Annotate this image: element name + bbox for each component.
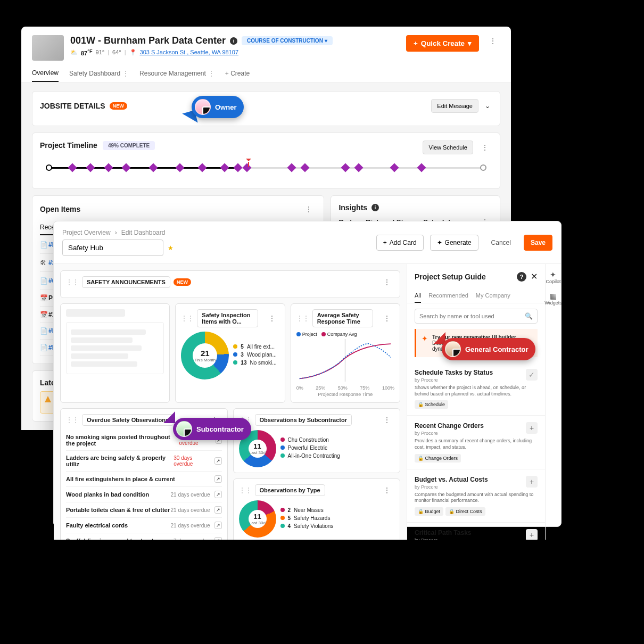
add-card-button[interactable]: +Add Card: [376, 235, 424, 251]
tab-create[interactable]: + Create: [225, 65, 250, 82]
more-menu-icon[interactable]: ⋮: [485, 35, 500, 47]
open-items-menu-icon[interactable]: ⋮: [301, 203, 316, 215]
plus-icon: +: [383, 239, 387, 246]
tick-label: 75%: [360, 385, 369, 391]
chevron-down-icon[interactable]: ⌄: [483, 100, 492, 112]
milestone-marker[interactable]: [104, 163, 113, 172]
dashboard-name-input[interactable]: [62, 240, 163, 256]
milestone-marker[interactable]: [287, 163, 296, 172]
milestone-marker[interactable]: [176, 163, 185, 172]
milestone-marker[interactable]: [198, 163, 207, 172]
add-item-button[interactable]: +: [526, 476, 538, 488]
edit-message-button[interactable]: Edit Message: [431, 99, 478, 113]
star-icon[interactable]: ★: [168, 244, 174, 252]
milestone-marker[interactable]: [234, 163, 243, 172]
open-external-icon[interactable]: ↗: [214, 522, 222, 529]
copilot-rail-button[interactable]: ✦Copilot: [546, 270, 560, 284]
guide-item: Critical Path Tasks by Procore Lists tas…: [407, 523, 545, 540]
tag: 🔒 Change Orders: [415, 454, 461, 463]
observation-title: No smoking signs posted throughout the p…: [66, 434, 179, 447]
help-icon[interactable]: ?: [517, 272, 526, 282]
page-title: 001W - Burnham Park Data Center: [70, 35, 226, 46]
add-item-button[interactable]: +: [526, 422, 538, 434]
tab-resource[interactable]: Resource Management ⋮: [139, 65, 214, 82]
temp-low: 64°: [112, 49, 121, 55]
widget-menu-icon[interactable]: ⋮: [379, 484, 394, 496]
guide-item-title: Recent Change Orders: [415, 422, 538, 430]
milestone-marker[interactable]: [243, 163, 252, 172]
open-external-icon[interactable]: ↗: [214, 457, 221, 465]
widget-title[interactable]: SAFETY ANNOUNCEMENTS: [82, 276, 170, 288]
widget-title[interactable]: Average Safety Response Time: [312, 309, 373, 327]
sidebar-tab-all[interactable]: All: [415, 289, 421, 303]
widget-title[interactable]: Overdue Safety Observations: [82, 414, 174, 426]
timeline-track: [43, 160, 490, 176]
guide-item-desc: Provides a summary of recent change orde…: [415, 438, 538, 450]
guide-item-title: Budget vs. Actual Costs: [415, 476, 538, 483]
milestone-marker[interactable]: [341, 163, 350, 172]
milestone-marker[interactable]: [354, 163, 364, 172]
status-badge[interactable]: COURSE OF CONSTRUCTION ▾: [242, 36, 333, 45]
legend-item: All-in-One Contracting: [280, 453, 340, 459]
drag-handle-icon[interactable]: ⋮⋮: [66, 278, 79, 286]
item-type-icon: 📅: [40, 311, 48, 318]
widget-menu-icon[interactable]: ⋮: [379, 276, 394, 288]
widget-title[interactable]: Observations by Subcontractor: [255, 414, 352, 426]
info-icon[interactable]: i: [230, 37, 237, 45]
search-input[interactable]: [419, 313, 522, 319]
drag-handle-icon[interactable]: ⋮⋮: [239, 486, 252, 494]
insights-info-icon[interactable]: i: [371, 204, 379, 211]
widget-menu-icon[interactable]: ⋮: [265, 312, 279, 324]
chart-xaxis-label: Projected Response Time: [296, 392, 394, 397]
save-button[interactable]: Save: [524, 235, 552, 251]
widget-menu-icon[interactable]: ⋮: [379, 414, 394, 426]
jobsite-title: JOBSITE DETAILS: [40, 102, 105, 110]
legend-dot-icon: [280, 524, 285, 528]
sidebar-tab-recommended[interactable]: Recommended: [428, 289, 468, 303]
overdue-label: 30 days overdue: [174, 455, 210, 467]
breadcrumb: Project Overview › Edit Dashboard: [62, 229, 370, 236]
open-external-icon[interactable]: ↗: [214, 491, 222, 498]
milestone-marker[interactable]: [417, 163, 426, 172]
open-external-icon[interactable]: ↗: [214, 475, 222, 483]
milestone-marker[interactable]: [301, 163, 310, 172]
overdue-label: 21 days overdue: [171, 507, 210, 513]
quick-create-button[interactable]: +Quick Create▾: [406, 35, 479, 52]
add-item-button[interactable]: +: [526, 529, 538, 540]
timeline-title: Project Timeline: [40, 141, 97, 150]
tab-overview[interactable]: Overview: [32, 65, 59, 82]
drag-handle-icon[interactable]: ⋮⋮: [181, 315, 194, 322]
guide-item-desc: Shows whether the project is ahead, on s…: [415, 385, 538, 397]
open-external-icon[interactable]: ↗: [214, 506, 222, 514]
done-check-icon[interactable]: ✓: [526, 369, 538, 381]
milestone-marker[interactable]: [86, 163, 95, 172]
milestone-marker[interactable]: [148, 163, 158, 172]
open-external-icon[interactable]: ↗: [214, 537, 222, 540]
drag-handle-icon[interactable]: ⋮⋮: [296, 315, 309, 322]
cancel-button[interactable]: Cancel: [485, 235, 517, 250]
timeline-menu-icon[interactable]: ⋮: [477, 142, 492, 153]
widget-title[interactable]: Observations by Type: [255, 484, 325, 496]
milestone-marker[interactable]: [390, 163, 399, 172]
view-schedule-button[interactable]: View Schedule: [423, 141, 473, 154]
search-icon[interactable]: 🔍: [525, 312, 533, 320]
owner-persona-badge: Owner: [192, 96, 244, 118]
widgets-rail-button[interactable]: ▦Widgets: [544, 292, 562, 306]
milestone-marker[interactable]: [68, 163, 77, 172]
legend-dot-icon: [280, 516, 285, 520]
drag-handle-icon[interactable]: ⋮⋮: [66, 416, 79, 424]
widget-title[interactable]: Safety Inspection Items with O...: [197, 309, 258, 327]
guide-item-source: by Procore: [415, 377, 538, 383]
sidebar-title: Project Setup Guide: [415, 273, 486, 281]
generate-button[interactable]: ✦Generate: [430, 235, 478, 251]
widget-menu-icon[interactable]: ⋮: [379, 312, 394, 324]
timeline-start: [46, 164, 52, 171]
observation-title: Ladders are being safely & properly util…: [66, 455, 174, 467]
address-link[interactable]: 303 S Jackson St., Seattle, WA 98107: [140, 49, 238, 55]
tab-safety[interactable]: Safety Dashboard ⋮: [69, 65, 129, 82]
observation-row: Scaffolding is secured to structure 7 da…: [66, 533, 222, 540]
sidebar-tab-my-company[interactable]: My Company: [476, 289, 510, 303]
milestone-marker[interactable]: [220, 163, 229, 172]
milestone-marker[interactable]: [122, 163, 131, 172]
close-icon[interactable]: ✕: [531, 271, 538, 282]
